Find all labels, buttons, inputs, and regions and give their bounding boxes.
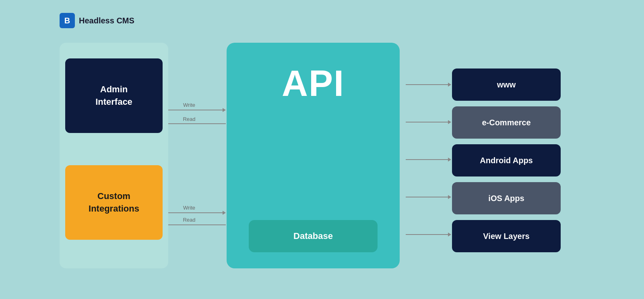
svg-marker-2 [223, 108, 226, 112]
api-title: API [282, 63, 345, 104]
database-label: Database [293, 231, 333, 241]
svg-marker-23 [448, 195, 451, 199]
svg-text:Read: Read [183, 116, 195, 122]
svg-marker-26 [448, 233, 451, 237]
api-panel: API Database [227, 43, 400, 268]
ios-apps-label: iOS Apps [488, 194, 524, 203]
android-apps-box: Android Apps [452, 144, 561, 176]
www-box: www [452, 69, 561, 101]
admin-interface-label: AdminInterface [95, 83, 132, 108]
svg-marker-8 [223, 211, 226, 215]
svg-text:Write: Write [183, 102, 195, 108]
admin-interface-box: AdminInterface [65, 58, 163, 133]
ecommerce-label: e-Commerce [482, 118, 530, 127]
app-title: Headless CMS [79, 16, 134, 25]
header: B Headless CMS [60, 13, 134, 28]
www-label: www [497, 80, 516, 89]
database-box: Database [249, 220, 378, 252]
custom-integrations-box: CustomIntegrations [65, 165, 163, 240]
svg-marker-20 [448, 158, 451, 162]
view-layers-label: View Layers [483, 232, 529, 241]
diagram-area: Write Read Write Read Read Read Read Rea… [60, 36, 584, 275]
svg-text:Read: Read [183, 217, 195, 223]
ecommerce-box: e-Commerce [452, 106, 561, 139]
view-layers-box: View Layers [452, 220, 561, 252]
svg-marker-17 [448, 120, 451, 124]
ios-apps-box: iOS Apps [452, 182, 561, 214]
logo-icon: B [60, 13, 75, 28]
svg-marker-14 [448, 83, 451, 87]
svg-text:Write: Write [183, 205, 195, 211]
android-apps-label: Android Apps [480, 156, 533, 165]
custom-integrations-label: CustomIntegrations [89, 190, 139, 215]
